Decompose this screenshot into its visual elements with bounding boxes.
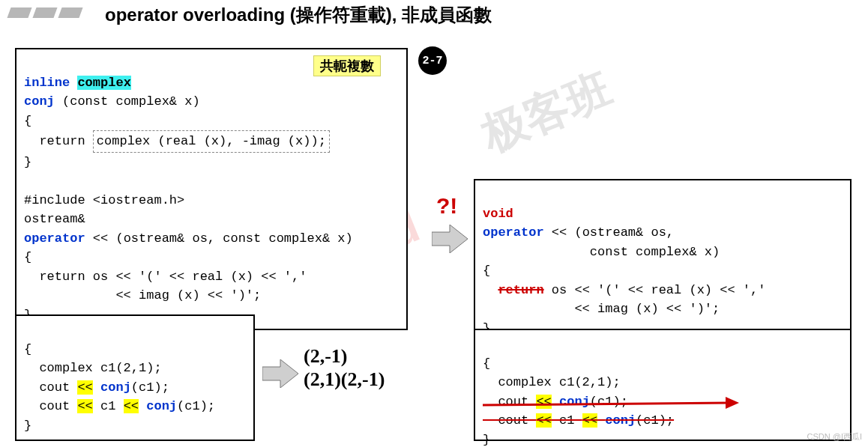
vu3d: conj <box>559 395 590 409</box>
vu3c <box>552 395 559 409</box>
ostream-ref: ostream& <box>24 212 85 226</box>
u4f: conj <box>146 399 177 413</box>
func-conj: conj <box>24 94 55 109</box>
u3b: << <box>77 380 92 395</box>
svg-marker-2 <box>726 397 739 409</box>
brace-open: { <box>24 114 31 128</box>
code-box-void: void operator << (ostream& os, const com… <box>474 179 852 344</box>
u3d: conj <box>100 380 131 395</box>
vu-brace-open: { <box>483 356 490 371</box>
op-body2: << imag (x) << ')'; <box>24 288 261 302</box>
conj-params: (const complex& x) <box>55 94 200 109</box>
svg-marker-1 <box>432 225 468 253</box>
vu4f: conj <box>605 413 636 428</box>
u4a: cout <box>24 399 77 413</box>
brace-open2: { <box>24 250 31 264</box>
arrow-icon-2 <box>432 225 468 253</box>
v-operator: operator <box>483 225 544 240</box>
op-params: << (ostream& os, const complex& x) <box>85 231 353 246</box>
kw-operator: operator <box>24 231 85 246</box>
corner-watermark: CSDN @I西瓜I <box>807 431 862 443</box>
conj-body-dashed: complex (real (x), -imag (x)); <box>93 130 330 153</box>
output-line1: (2,-1) <box>304 344 385 368</box>
vu4a: cout <box>483 413 536 428</box>
conjugate-label: 共軛複數 <box>313 55 381 76</box>
u-brace-close: } <box>24 419 31 433</box>
vu-brace-close: } <box>483 433 490 447</box>
u-brace-open: { <box>24 342 31 356</box>
slide-number-badge: 2-7 <box>418 46 447 75</box>
svg-marker-0 <box>262 359 298 388</box>
v-params1: << (ostream& os, <box>544 225 674 240</box>
u4b: << <box>77 399 92 413</box>
v-indent <box>483 283 498 297</box>
u-decl: complex c1(2,1); <box>24 361 162 375</box>
u4e <box>139 399 146 413</box>
v-brace-open: { <box>483 264 490 278</box>
op-body1: return os << '(' << real (x) << ',' <box>24 270 307 284</box>
v-return-struck: return <box>498 283 543 297</box>
vu4b: << <box>536 413 551 428</box>
output-line2: (2,1)(2,-1) <box>304 368 385 391</box>
v-body1: os << '(' << real (x) << ',' <box>544 283 766 297</box>
slide-title: operator overloading (操作符重載), 非成員函數 <box>105 3 492 27</box>
vu3e: (c1); <box>590 395 628 409</box>
red-strike-arrowhead <box>726 397 739 412</box>
vu4g: (c1); <box>636 413 674 428</box>
vu4d: << <box>582 413 597 428</box>
u3c <box>93 380 100 395</box>
u3e: (c1); <box>131 380 169 395</box>
void-kw: void <box>483 207 513 221</box>
question-mark: ?! <box>436 193 457 219</box>
arrow-icon-1 <box>262 359 298 388</box>
kw-inline: inline <box>24 76 77 90</box>
code-box-usage: { complex c1(2,1); cout << conj(c1); cou… <box>15 314 255 441</box>
u4d: << <box>124 399 139 413</box>
u4c: c1 <box>93 399 124 413</box>
return-kw: return <box>24 134 93 148</box>
include-line: #include <iostream.h> <box>24 193 184 207</box>
vu3a: cout <box>483 395 536 409</box>
u3a: cout <box>24 380 77 395</box>
code-box-void-usage: { complex c1(2,1); cout << conj(c1); cou… <box>474 329 852 441</box>
vu4c: c1 <box>552 413 582 428</box>
code-box-main: inline complex conj (const complex& x) {… <box>15 48 408 330</box>
watermark-cn: 极客班 <box>473 59 621 166</box>
output-text: (2,-1) (2,1)(2,-1) <box>304 344 385 391</box>
header-stripes <box>9 7 81 18</box>
brace-close: } <box>24 155 31 169</box>
vu4e <box>597 413 605 428</box>
v-body2: << imag (x) << ')'; <box>483 302 720 316</box>
u4g: (c1); <box>177 399 215 413</box>
return-type-complex: complex <box>77 76 130 90</box>
v-params2: const complex& x) <box>483 245 720 259</box>
vu3b: << <box>536 395 551 409</box>
vu-decl: complex c1(2,1); <box>483 375 621 389</box>
